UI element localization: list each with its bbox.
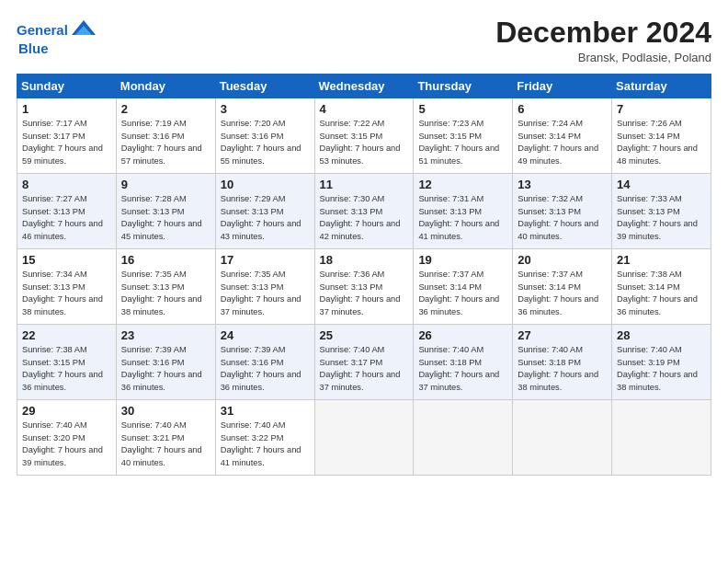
- calendar-day-cell: 2Sunrise: 7:19 AMSunset: 3:16 PMDaylight…: [116, 98, 215, 174]
- day-info: Sunrise: 7:36 AMSunset: 3:13 PMDaylight:…: [320, 269, 410, 318]
- title-block: December 2024 Bransk, Podlasie, Poland: [495, 17, 711, 64]
- calendar-header-tuesday: Tuesday: [215, 75, 314, 98]
- day-info: Sunrise: 7:17 AMSunset: 3:17 PMDaylight:…: [22, 118, 112, 167]
- calendar-header-thursday: Thursday: [414, 75, 513, 98]
- calendar-day-cell: 18Sunrise: 7:36 AMSunset: 3:13 PMDayligh…: [314, 249, 414, 325]
- calendar-day-cell: 1Sunrise: 7:17 AMSunset: 3:17 PMDaylight…: [17, 98, 117, 174]
- day-info: Sunrise: 7:40 AMSunset: 3:22 PMDaylight:…: [221, 419, 311, 469]
- day-info: Sunrise: 7:31 AMSunset: 3:13 PMDaylight:…: [418, 193, 508, 243]
- day-info: Sunrise: 7:37 AMSunset: 3:14 PMDaylight:…: [518, 269, 608, 318]
- calendar-header-friday: Friday: [513, 75, 612, 98]
- day-info: Sunrise: 7:23 AMSunset: 3:15 PMDaylight:…: [418, 118, 508, 167]
- day-info: Sunrise: 7:20 AMSunset: 3:16 PMDaylight:…: [221, 118, 311, 167]
- day-number: 20: [518, 253, 608, 267]
- day-info: Sunrise: 7:38 AMSunset: 3:14 PMDaylight:…: [617, 269, 707, 318]
- day-info: Sunrise: 7:34 AMSunset: 3:13 PMDaylight:…: [22, 269, 112, 318]
- day-info: Sunrise: 7:29 AMSunset: 3:13 PMDaylight:…: [221, 193, 311, 243]
- calendar-day-cell: 14Sunrise: 7:33 AMSunset: 3:13 PMDayligh…: [612, 174, 711, 249]
- day-info: Sunrise: 7:28 AMSunset: 3:13 PMDaylight:…: [121, 193, 211, 243]
- calendar-day-cell: 8Sunrise: 7:27 AMSunset: 3:13 PMDaylight…: [17, 174, 117, 249]
- calendar-day-cell: 9Sunrise: 7:28 AMSunset: 3:13 PMDaylight…: [116, 174, 215, 249]
- calendar-week-row: 29Sunrise: 7:40 AMSunset: 3:20 PMDayligh…: [17, 400, 711, 476]
- day-number: 7: [617, 102, 707, 116]
- header: General Blue December 2024 Bransk, Podla…: [17, 17, 711, 64]
- day-number: 3: [221, 102, 311, 116]
- day-info: Sunrise: 7:24 AMSunset: 3:14 PMDaylight:…: [518, 118, 608, 167]
- calendar-day-cell: 21Sunrise: 7:38 AMSunset: 3:14 PMDayligh…: [612, 249, 711, 325]
- day-info: Sunrise: 7:39 AMSunset: 3:16 PMDaylight:…: [221, 344, 311, 394]
- calendar-header-sunday: Sunday: [17, 75, 117, 98]
- calendar-day-cell: 7Sunrise: 7:26 AMSunset: 3:14 PMDaylight…: [612, 98, 711, 174]
- day-info: Sunrise: 7:40 AMSunset: 3:18 PMDaylight:…: [518, 344, 608, 394]
- day-number: 8: [22, 178, 112, 191]
- day-number: 28: [617, 328, 707, 342]
- calendar-day-cell: 19Sunrise: 7:37 AMSunset: 3:14 PMDayligh…: [414, 249, 513, 325]
- day-number: 6: [518, 102, 608, 116]
- calendar-day-cell: 30Sunrise: 7:40 AMSunset: 3:21 PMDayligh…: [116, 400, 215, 476]
- logo-icon: [70, 17, 97, 44]
- day-number: 4: [320, 102, 410, 116]
- calendar-day-cell: 10Sunrise: 7:29 AMSunset: 3:13 PMDayligh…: [215, 174, 314, 249]
- calendar-day-cell: 26Sunrise: 7:40 AMSunset: 3:18 PMDayligh…: [414, 325, 513, 400]
- day-info: Sunrise: 7:22 AMSunset: 3:15 PMDaylight:…: [320, 118, 410, 167]
- calendar-day-cell: 5Sunrise: 7:23 AMSunset: 3:15 PMDaylight…: [414, 98, 513, 174]
- calendar-day-cell: [513, 400, 612, 476]
- logo: General Blue: [17, 17, 97, 56]
- calendar-day-cell: [414, 400, 513, 476]
- calendar-day-cell: [314, 400, 414, 476]
- day-info: Sunrise: 7:40 AMSunset: 3:19 PMDaylight:…: [617, 344, 707, 394]
- day-number: 14: [617, 178, 707, 191]
- calendar-week-row: 22Sunrise: 7:38 AMSunset: 3:15 PMDayligh…: [17, 325, 711, 400]
- day-number: 29: [22, 404, 112, 418]
- calendar-table: SundayMondayTuesdayWednesdayThursdayFrid…: [17, 74, 711, 476]
- day-info: Sunrise: 7:35 AMSunset: 3:13 PMDaylight:…: [121, 269, 211, 318]
- month-title: December 2024: [495, 17, 711, 49]
- day-number: 25: [320, 328, 410, 342]
- day-number: 31: [221, 404, 311, 418]
- day-info: Sunrise: 7:40 AMSunset: 3:21 PMDaylight:…: [121, 419, 211, 469]
- calendar-week-row: 8Sunrise: 7:27 AMSunset: 3:13 PMDaylight…: [17, 174, 711, 249]
- calendar-day-cell: 20Sunrise: 7:37 AMSunset: 3:14 PMDayligh…: [513, 249, 612, 325]
- day-number: 18: [320, 253, 410, 267]
- day-info: Sunrise: 7:30 AMSunset: 3:13 PMDaylight:…: [320, 193, 410, 243]
- day-number: 17: [221, 253, 311, 267]
- day-info: Sunrise: 7:40 AMSunset: 3:17 PMDaylight:…: [320, 344, 410, 394]
- day-number: 13: [518, 178, 608, 191]
- day-number: 21: [617, 253, 707, 267]
- day-info: Sunrise: 7:40 AMSunset: 3:20 PMDaylight:…: [22, 419, 112, 469]
- day-number: 19: [418, 253, 508, 267]
- day-number: 12: [418, 178, 508, 191]
- day-number: 16: [121, 253, 211, 267]
- day-number: 26: [418, 328, 508, 342]
- day-number: 22: [22, 328, 112, 342]
- calendar-day-cell: 27Sunrise: 7:40 AMSunset: 3:18 PMDayligh…: [513, 325, 612, 400]
- calendar-day-cell: 13Sunrise: 7:32 AMSunset: 3:13 PMDayligh…: [513, 174, 612, 249]
- day-number: 1: [22, 102, 112, 116]
- calendar-day-cell: 31Sunrise: 7:40 AMSunset: 3:22 PMDayligh…: [215, 400, 314, 476]
- day-number: 11: [320, 178, 410, 191]
- location-subtitle: Bransk, Podlasie, Poland: [495, 51, 711, 64]
- day-info: Sunrise: 7:27 AMSunset: 3:13 PMDaylight:…: [22, 193, 112, 243]
- day-info: Sunrise: 7:38 AMSunset: 3:15 PMDaylight:…: [22, 344, 112, 394]
- day-number: 27: [518, 328, 608, 342]
- calendar-day-cell: 4Sunrise: 7:22 AMSunset: 3:15 PMDaylight…: [314, 98, 414, 174]
- day-info: Sunrise: 7:32 AMSunset: 3:13 PMDaylight:…: [518, 193, 608, 243]
- day-number: 15: [22, 253, 112, 267]
- calendar-week-row: 1Sunrise: 7:17 AMSunset: 3:17 PMDaylight…: [17, 98, 711, 174]
- calendar-header-wednesday: Wednesday: [314, 75, 414, 98]
- calendar-header-monday: Monday: [116, 75, 215, 98]
- calendar-day-cell: 25Sunrise: 7:40 AMSunset: 3:17 PMDayligh…: [314, 325, 414, 400]
- day-number: 2: [121, 102, 211, 116]
- calendar-day-cell: 17Sunrise: 7:35 AMSunset: 3:13 PMDayligh…: [215, 249, 314, 325]
- calendar-day-cell: 23Sunrise: 7:39 AMSunset: 3:16 PMDayligh…: [116, 325, 215, 400]
- calendar-day-cell: 11Sunrise: 7:30 AMSunset: 3:13 PMDayligh…: [314, 174, 414, 249]
- calendar-day-cell: 16Sunrise: 7:35 AMSunset: 3:13 PMDayligh…: [116, 249, 215, 325]
- calendar-day-cell: 3Sunrise: 7:20 AMSunset: 3:16 PMDaylight…: [215, 98, 314, 174]
- day-info: Sunrise: 7:33 AMSunset: 3:13 PMDaylight:…: [617, 193, 707, 243]
- day-number: 5: [418, 102, 508, 116]
- logo-text: General: [17, 23, 68, 39]
- calendar-day-cell: 6Sunrise: 7:24 AMSunset: 3:14 PMDaylight…: [513, 98, 612, 174]
- calendar-day-cell: 15Sunrise: 7:34 AMSunset: 3:13 PMDayligh…: [17, 249, 117, 325]
- day-number: 24: [221, 328, 311, 342]
- calendar-day-cell: 29Sunrise: 7:40 AMSunset: 3:20 PMDayligh…: [17, 400, 117, 476]
